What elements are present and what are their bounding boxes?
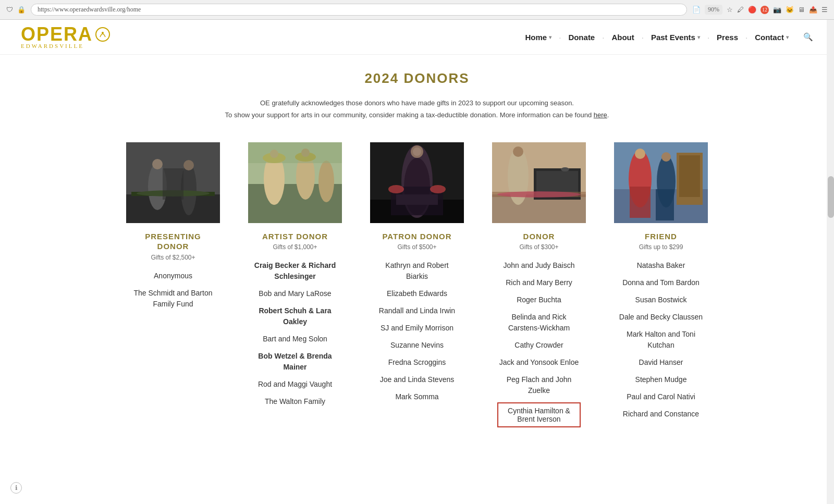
donor-name-friend-1: Donna and Tom Bardon [622, 277, 700, 288]
donor-name-friend-0: Natasha Baker [637, 260, 685, 271]
donor-tier-subtitle-presenting: Gifts of $2,500+ [151, 254, 195, 261]
nav-press[interactable]: Press [709, 33, 745, 42]
zoom-level: 90% [705, 5, 722, 15]
donor-name-donor-6: Peg Flach and John Zuelke [507, 374, 572, 396]
donor-photo-donor [492, 142, 586, 223]
nav-press-label: Press [717, 33, 738, 42]
svg-point-1 [102, 32, 104, 34]
lock-icon: 🔒 [17, 6, 26, 14]
donor-tier-subtitle-patron: Gifts of $500+ [397, 243, 436, 251]
donor-name-donor-3: Belinda and Rick Carstens-Wickham [508, 312, 570, 334]
browser-nav-icons: 🛡 🔒 [6, 6, 26, 14]
ext3-icon: 🐱 [786, 6, 794, 14]
donor-column-donor: DONORGifts of $300+John and Judy BaischR… [481, 142, 597, 434]
search-icon[interactable]: 🔍 [796, 32, 813, 42]
nav-donate[interactable]: Donate [561, 33, 602, 42]
donor-tier-title-friend: FRIEND [645, 231, 677, 242]
browser-toolbar: 📄 90% ☆ 🖊 🔴 12 📷 🐱 🖥 📤 ☰ [692, 5, 828, 15]
site-header: OPERA EDWARDSVILLE Home ▾ · Donate · Abo… [0, 20, 834, 55]
donor-name-patron-7: Mark Somma [395, 391, 438, 402]
donor-name-friend-6: Stephen Mudge [635, 374, 687, 385]
browser-chrome: 🛡 🔒 https://www.operaedwardsville.org/ho… [0, 0, 834, 20]
here-link[interactable]: here [594, 111, 607, 119]
donor-name-friend-5: David Hanser [639, 357, 683, 368]
svg-point-30 [430, 185, 446, 193]
donor-tier-subtitle-friend: Gifts up to $299 [639, 243, 683, 251]
logo-icon [95, 27, 111, 42]
shield-icon: 🛡 [6, 6, 13, 14]
donor-photo-artist [248, 142, 342, 223]
donor-name-donor-5: Jack and Yonsook Enloe [499, 357, 579, 368]
donor-name-patron-5: Fredna Scroggins [388, 357, 446, 368]
site-logo[interactable]: OPERA EDWARDSVILLE [21, 25, 111, 49]
donor-name-presenting-0: Anonymous [154, 271, 192, 281]
pocket-icon: 🖊 [737, 6, 744, 14]
svg-rect-49 [656, 189, 674, 220]
donor-tier-subtitle-artist: Gifts of $1,000+ [273, 243, 317, 251]
page-title: 2024 DONORS [115, 70, 719, 87]
ext1-icon: 🔴 [748, 6, 756, 14]
donor-name-artist-5: Rod and Maggi Vaught [258, 379, 332, 390]
nav-contact[interactable]: Contact ▾ [747, 33, 796, 42]
nav-about[interactable]: About [604, 33, 641, 42]
svg-point-46 [635, 149, 645, 159]
nav-about-label: About [611, 33, 634, 42]
chevron-down-icon-2: ▾ [697, 34, 700, 40]
donor-columns: PRESENTING DONORGifts of $2,500+Anonymou… [115, 142, 719, 434]
donor-tier-title-artist: ARTIST DONOR [262, 231, 328, 242]
chevron-down-icon: ▾ [549, 34, 551, 40]
donor-name-artist-4: Bob Wetzel & Brenda Mainer [258, 351, 332, 373]
scrollbar-thumb[interactable] [828, 176, 834, 218]
ext2-icon: 📷 [773, 6, 781, 14]
nav-past-events-label: Past Events [651, 33, 695, 42]
donor-name-artist-3: Bart and Meg Solon [263, 334, 327, 345]
intro-line2: To show your support for arts in our com… [115, 109, 719, 121]
donor-name-presenting-1: The Schmidt and Barton Family Fund [134, 288, 213, 310]
donor-name-artist-1: Bob and Mary LaRose [259, 288, 331, 299]
intro-line1: OE gratefully acknowledges those donors … [115, 97, 719, 109]
svg-rect-48 [630, 187, 651, 218]
main-content: 2024 DONORS OE gratefully acknowledges t… [104, 55, 730, 465]
svg-point-6 [152, 159, 163, 169]
donor-name-artist-2: Robert Schuh & Lara Oakley [259, 305, 331, 327]
logo-edwardsville-text: EDWARDSVILLE [21, 43, 84, 49]
svg-point-27 [413, 147, 421, 156]
nav-contact-label: Contact [755, 33, 784, 42]
donor-column-presenting: PRESENTING DONORGifts of $2,500+Anonymou… [115, 142, 231, 316]
donor-name-donor-1: Rich and Mary Berry [506, 277, 572, 288]
donor-column-friend: FRIENDGifts up to $299Natasha BakerDonna… [603, 142, 719, 426]
donor-name-friend-4: Mark Halton and Toni Kutchan [627, 329, 695, 351]
svg-point-39 [561, 167, 569, 171]
intro-text: OE gratefully acknowledges those donors … [115, 97, 719, 121]
svg-point-7 [183, 160, 194, 170]
donor-name-friend-2: Susan Bostwick [635, 294, 687, 305]
svg-rect-20 [248, 142, 342, 163]
scrollbar[interactable] [827, 20, 834, 465]
donor-name-donor-2: Roger Buchta [517, 294, 561, 305]
donor-name-friend-8: Richard and Constance [623, 409, 699, 420]
nav-home[interactable]: Home ▾ [518, 33, 559, 42]
svg-point-0 [96, 28, 109, 41]
donor-tier-title-patron: PATRON DONOR [382, 231, 451, 242]
donor-tier-title-presenting: PRESENTING DONOR [145, 231, 201, 252]
donor-name-friend-3: Dale and Becky Claussen [619, 312, 703, 323]
url-text: https://www.operaedwardsville.org/home [38, 6, 141, 14]
menu-icon: ☰ [821, 6, 828, 14]
nav-past-events[interactable]: Past Events ▾ [644, 33, 707, 42]
nav-donate-label: Donate [568, 33, 595, 42]
svg-rect-10 [163, 168, 183, 200]
logo-opera-text: OPERA [21, 25, 93, 44]
donor-column-artist: ARTIST DONORGifts of $1,000+Craig Becker… [237, 142, 353, 414]
ext4-icon: 🖥 [798, 6, 805, 14]
chevron-down-icon-3: ▾ [786, 34, 789, 40]
donor-name-artist-6: The Walton Family [265, 396, 325, 407]
main-nav: Home ▾ · Donate · About · Past Events ▾ … [518, 32, 813, 42]
donor-photo-presenting [126, 142, 220, 223]
address-bar[interactable]: https://www.operaedwardsville.org/home [31, 4, 687, 16]
donor-photo-patron [370, 142, 464, 223]
donor-name-patron-4: Suzanne Nevins [390, 340, 444, 351]
donor-name-donor-4: Cathy Crowder [514, 340, 563, 351]
donor-name-patron-1: Elizabeth Edwards [387, 288, 447, 299]
svg-point-38 [497, 191, 581, 198]
donor-photo-friend [614, 142, 708, 223]
